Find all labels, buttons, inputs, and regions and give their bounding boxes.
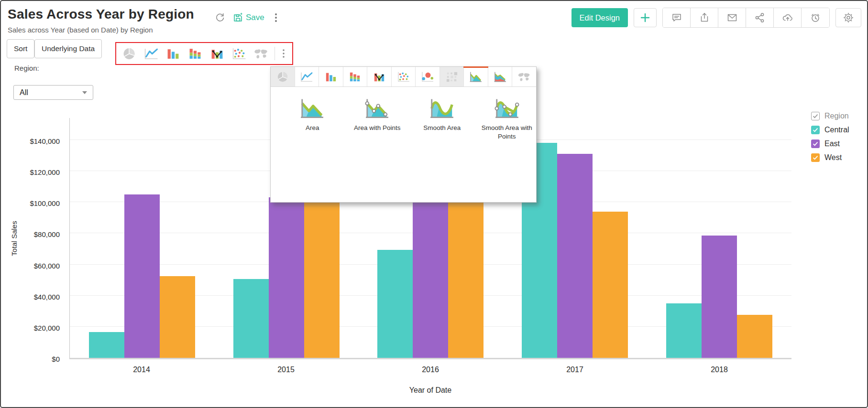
toolbar-divider xyxy=(275,47,275,60)
picker-tab-map[interactable] xyxy=(512,67,536,86)
y-tick-label: $0 xyxy=(52,354,60,364)
bar-east-2016[interactable] xyxy=(413,197,448,358)
chart-type-stacked-bar-button[interactable] xyxy=(184,44,206,63)
y-tick-label: $20,000 xyxy=(34,323,60,333)
picker-tab-stacked-area[interactable] xyxy=(488,67,513,86)
y-axis-ticks: $0$20,000$40,000$60,000$80,000$100,000$1… xyxy=(1,118,65,359)
share-button[interactable] xyxy=(746,8,774,27)
combo-chart-icon xyxy=(209,47,225,60)
save-label: Save xyxy=(246,13,264,22)
picker-tab-bar[interactable] xyxy=(319,67,343,86)
pie-chart-icon xyxy=(121,47,137,60)
picker-tab-heatmap[interactable] xyxy=(440,67,464,86)
bar-west-2016[interactable] xyxy=(448,197,483,358)
kebab-menu-icon xyxy=(280,48,287,59)
region-filter-dropdown[interactable]: All xyxy=(13,85,93,100)
gear-icon xyxy=(843,12,854,23)
legend-item-east[interactable]: East xyxy=(811,139,849,149)
legend-label: Central xyxy=(824,126,849,134)
bubble-chart-icon xyxy=(420,71,435,83)
legend-title: Region xyxy=(824,112,849,120)
bar-group-2014 xyxy=(70,118,214,358)
picker-option-area-points[interactable]: Area with Points xyxy=(348,97,407,140)
combo-chart-icon xyxy=(372,71,386,83)
legend-item-central[interactable]: Central xyxy=(811,125,849,135)
bar-west-2018[interactable] xyxy=(737,315,772,358)
bar-west-2015[interactable] xyxy=(304,197,340,358)
bar-central-2016[interactable] xyxy=(377,250,413,358)
bar-chart-icon xyxy=(324,71,338,83)
alarm-clock-icon xyxy=(810,12,821,23)
legend-label: West xyxy=(824,153,842,162)
title-more-menu-button[interactable] xyxy=(271,12,281,23)
bar-chart-icon xyxy=(165,47,181,60)
more-chart-types-button[interactable] xyxy=(277,44,290,63)
chart-type-toolbar-icons xyxy=(118,44,272,63)
line-chart-icon xyxy=(143,47,159,60)
bar-east-2018[interactable] xyxy=(702,236,737,358)
legend-items: CentralEastWest xyxy=(811,125,849,162)
settings-button[interactable] xyxy=(835,8,861,27)
area-chart-icon xyxy=(469,71,483,83)
x-tick-label: 2015 xyxy=(214,365,358,374)
comments-button[interactable] xyxy=(663,8,691,27)
legend-checkbox[interactable] xyxy=(811,126,820,134)
publish-button[interactable] xyxy=(774,8,802,27)
email-button[interactable] xyxy=(718,8,746,27)
add-new-button[interactable] xyxy=(634,8,657,27)
save-button[interactable]: Save xyxy=(232,12,264,23)
email-icon xyxy=(726,12,738,23)
analytics-report-view: Sales Across Year by Region Save S xyxy=(0,0,868,408)
chart-type-scatter-button[interactable] xyxy=(228,44,250,63)
bar-east-2017[interactable] xyxy=(557,154,593,358)
legend-checkbox[interactable] xyxy=(811,140,820,148)
bar-east-2015[interactable] xyxy=(269,197,304,358)
legend-checkbox[interactable] xyxy=(811,153,820,162)
picker-tab-area[interactable] xyxy=(464,67,488,86)
picker-tab-pie[interactable] xyxy=(271,67,295,86)
picker-tab-bubble[interactable] xyxy=(416,67,440,86)
smooth-area-points-chart-icon xyxy=(493,97,521,119)
refresh-button[interactable] xyxy=(214,12,226,23)
y-tick-label: $100,000 xyxy=(30,199,60,208)
scatter-chart-icon xyxy=(396,71,411,83)
underlying-data-button[interactable]: Underlying Data xyxy=(34,39,102,58)
caret-down-icon xyxy=(82,91,87,94)
edit-design-button[interactable]: Edit Design xyxy=(571,8,628,27)
bar-west-2017[interactable] xyxy=(593,212,628,358)
picker-option-smooth-area[interactable]: Smooth Area xyxy=(413,97,472,140)
bar-east-2014[interactable] xyxy=(124,194,160,358)
chart-type-pie-button[interactable] xyxy=(118,44,140,63)
schedule-button[interactable] xyxy=(802,8,829,27)
chart-picker-options: AreaArea with PointsSmooth AreaSmooth Ar… xyxy=(271,97,536,140)
x-tick-label: 2017 xyxy=(503,365,647,374)
legend-item-west[interactable]: West xyxy=(811,153,849,162)
legend-title-row[interactable]: Region xyxy=(811,111,849,121)
stacked-area-chart-icon xyxy=(493,71,507,83)
picker-option-label: Smooth Area with Points xyxy=(478,124,537,140)
picker-option-label: Smooth Area xyxy=(413,124,472,132)
bar-west-2014[interactable] xyxy=(160,276,195,358)
stacked-bar-chart-icon xyxy=(187,47,203,60)
bar-central-2018[interactable] xyxy=(666,303,702,358)
pie-chart-icon xyxy=(275,71,290,83)
chart-type-toolbar xyxy=(115,42,293,65)
chart-type-bar-button[interactable] xyxy=(162,44,184,63)
picker-option-smooth-area-points[interactable]: Smooth Area with Points xyxy=(478,97,537,140)
bar-central-2014[interactable] xyxy=(89,332,124,358)
export-button[interactable] xyxy=(691,8,718,27)
picker-tab-combo[interactable] xyxy=(367,67,392,86)
picker-option-area[interactable]: Area xyxy=(283,97,342,140)
chart-type-combo-button[interactable] xyxy=(206,44,228,63)
header-action-group xyxy=(662,8,830,28)
chart-type-line-button[interactable] xyxy=(140,44,162,63)
legend-title-checkbox[interactable] xyxy=(811,112,820,120)
picker-tab-stacked-bar[interactable] xyxy=(343,67,368,86)
picker-tab-line[interactable] xyxy=(295,67,319,86)
chart-picker-body: AreaArea with PointsSmooth AreaSmooth Ar… xyxy=(271,87,536,202)
sort-button[interactable]: Sort xyxy=(7,39,34,58)
chart-type-map-button[interactable] xyxy=(250,44,272,63)
map-chart-icon xyxy=(517,71,531,83)
bar-central-2015[interactable] xyxy=(233,279,269,358)
picker-tab-scatter[interactable] xyxy=(392,67,416,86)
